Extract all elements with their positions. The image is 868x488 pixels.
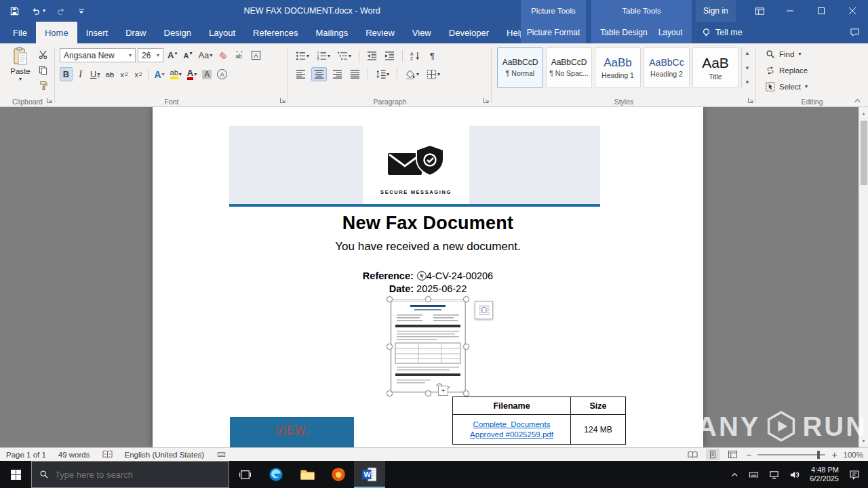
font-color-button[interactable]: A▾ bbox=[185, 67, 199, 81]
selection-handle[interactable] bbox=[425, 296, 431, 302]
save-button[interactable] bbox=[9, 6, 20, 16]
taskbar-word-button[interactable] bbox=[354, 461, 385, 488]
taskbar-search[interactable] bbox=[31, 461, 229, 488]
shading-button[interactable]: ▾ bbox=[403, 67, 421, 81]
view-button[interactable]: VIEW. bbox=[230, 417, 354, 447]
zoom-level[interactable]: 100% bbox=[844, 451, 863, 459]
align-right-button[interactable] bbox=[330, 67, 344, 81]
tab-references[interactable]: References bbox=[244, 22, 307, 43]
multilevel-list-button[interactable]: ▾ bbox=[336, 49, 353, 63]
superscript-button[interactable]: x2 bbox=[132, 67, 144, 81]
selection-handle[interactable] bbox=[387, 390, 393, 396]
sort-button[interactable] bbox=[408, 49, 422, 63]
numbering-button[interactable]: ▾ bbox=[315, 49, 332, 63]
style-heading-1[interactable]: AaBb Heading 1 bbox=[595, 47, 641, 88]
selection-handle[interactable] bbox=[463, 344, 469, 350]
tell-me-box[interactable]: Tell me bbox=[701, 22, 743, 43]
increase-indent-button[interactable] bbox=[382, 49, 397, 63]
word-count[interactable]: 49 words bbox=[58, 451, 90, 459]
style-no-spacing[interactable]: AaBbCcD ¶ No Spac... bbox=[546, 47, 592, 88]
scroll-up-icon[interactable]: ▲ bbox=[859, 108, 868, 119]
tab-file[interactable]: File bbox=[4, 22, 36, 43]
selection-handle[interactable] bbox=[387, 296, 393, 302]
plus-anchor-icon[interactable]: + bbox=[438, 386, 448, 396]
enclose-characters-button[interactable]: A bbox=[215, 67, 229, 81]
underline-button[interactable]: U▾ bbox=[88, 67, 102, 81]
align-center-button[interactable] bbox=[311, 67, 327, 81]
document-page[interactable]: SECURE MESSAGING New Fax Document You ha… bbox=[153, 107, 703, 447]
web-layout-button[interactable] bbox=[726, 449, 740, 460]
styles-dialog-launcher-icon[interactable] bbox=[747, 97, 754, 104]
replace-button[interactable]: Replace bbox=[766, 66, 808, 75]
justify-button[interactable] bbox=[348, 67, 362, 81]
copy-icon[interactable] bbox=[38, 65, 48, 75]
proofing-errors-icon[interactable] bbox=[102, 450, 113, 459]
print-layout-button[interactable] bbox=[706, 449, 719, 460]
line-spacing-button[interactable]: ▾ bbox=[374, 67, 391, 81]
character-border-button[interactable] bbox=[249, 48, 263, 62]
read-mode-button[interactable] bbox=[686, 449, 700, 460]
selection-handle[interactable] bbox=[463, 390, 469, 396]
zoom-out-button[interactable]: − bbox=[746, 449, 751, 460]
text-effects-button[interactable]: A▾ bbox=[152, 67, 166, 81]
strikethrough-button[interactable]: ab bbox=[103, 67, 116, 81]
show-formatting-marks-button[interactable]: ¶ bbox=[426, 49, 439, 63]
close-button[interactable] bbox=[837, 0, 868, 22]
style-heading-2[interactable]: AaBbCc Heading 2 bbox=[644, 47, 690, 88]
sign-in-button[interactable]: Sign in bbox=[696, 0, 736, 22]
align-left-button[interactable] bbox=[294, 67, 308, 81]
change-case-button[interactable]: Aa▾ bbox=[196, 48, 214, 62]
tab-insert[interactable]: Insert bbox=[77, 22, 117, 43]
tab-view[interactable]: View bbox=[403, 22, 440, 43]
decrease-indent-button[interactable] bbox=[365, 49, 379, 63]
zoom-in-button[interactable]: + bbox=[831, 449, 837, 460]
grow-font-button[interactable]: A▴ bbox=[165, 48, 179, 62]
macro-record-icon[interactable] bbox=[216, 450, 226, 459]
start-button[interactable] bbox=[0, 461, 31, 488]
fax-thumbnail-image[interactable] bbox=[391, 301, 465, 392]
touch-keyboard-icon[interactable] bbox=[749, 470, 759, 480]
tab-mailings[interactable]: Mailings bbox=[307, 22, 357, 43]
taskbar-clock[interactable]: 4:48 PM 6/2/2025 bbox=[810, 466, 839, 483]
tray-expand-icon[interactable] bbox=[731, 471, 738, 479]
maximize-button[interactable] bbox=[806, 0, 837, 22]
shrink-font-button[interactable]: A▾ bbox=[181, 48, 194, 62]
redo-button[interactable] bbox=[56, 6, 66, 16]
subscript-button[interactable]: x2 bbox=[117, 67, 130, 81]
zoom-slider[interactable] bbox=[757, 454, 825, 455]
zoom-slider-thumb[interactable] bbox=[817, 451, 820, 459]
paste-dropdown-icon[interactable]: ▾ bbox=[19, 77, 22, 82]
language-indicator[interactable]: English (United States) bbox=[125, 451, 205, 459]
format-painter-icon[interactable] bbox=[38, 81, 48, 91]
taskbar-explorer-button[interactable] bbox=[292, 461, 323, 488]
search-input[interactable] bbox=[55, 470, 221, 480]
taskbar-firefox-button[interactable] bbox=[323, 461, 354, 488]
phonetic-guide-button[interactable] bbox=[233, 48, 247, 62]
attachment-link[interactable]: Complete_DocumentsApproved #0025259.pdf bbox=[470, 420, 553, 440]
font-dialog-launcher-icon[interactable] bbox=[279, 97, 286, 104]
paste-button[interactable]: Paste ▾ bbox=[5, 47, 36, 94]
customize-qat-button[interactable] bbox=[77, 7, 85, 15]
taskbar-edge-button[interactable] bbox=[260, 461, 292, 488]
clear-formatting-button[interactable] bbox=[216, 48, 231, 62]
borders-button[interactable]: ▾ bbox=[425, 67, 442, 81]
font-size-select[interactable]: 26▾ bbox=[138, 48, 163, 62]
style-normal[interactable]: AaBbCcD ¶ Normal bbox=[497, 47, 543, 88]
minimize-button[interactable] bbox=[774, 0, 806, 22]
character-shading-button[interactable]: A bbox=[200, 67, 214, 81]
tab-layout[interactable]: Layout bbox=[200, 22, 244, 43]
tab-home[interactable]: Home bbox=[36, 22, 77, 43]
task-view-button[interactable] bbox=[229, 461, 260, 488]
tab-review[interactable]: Review bbox=[357, 22, 403, 43]
tab-table-design[interactable]: Table Design bbox=[595, 22, 652, 43]
styles-scroll-down-icon[interactable]: ▼ bbox=[745, 65, 750, 71]
tab-developer[interactable]: Developer bbox=[440, 22, 498, 43]
ribbon-display-options-button[interactable] bbox=[747, 0, 772, 22]
tab-draw[interactable]: Draw bbox=[117, 22, 155, 43]
italic-button[interactable]: I bbox=[74, 67, 87, 81]
volume-icon[interactable] bbox=[789, 470, 800, 480]
styles-scroll-up-icon[interactable]: ▲ bbox=[745, 50, 750, 56]
scrollbar-thumb[interactable] bbox=[861, 121, 867, 185]
tab-table-layout[interactable]: Layout bbox=[653, 22, 688, 43]
cut-icon[interactable] bbox=[38, 49, 48, 60]
